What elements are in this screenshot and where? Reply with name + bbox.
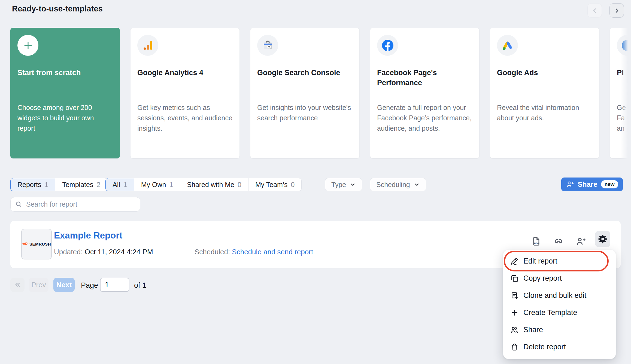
card-title: Google Analytics 4 — [137, 68, 220, 78]
chevron-right-icon — [613, 7, 620, 14]
tab-my-own[interactable]: My Own 1 — [134, 178, 180, 191]
reports-templates-tabs: Reports 1 Templates 2 — [10, 178, 107, 191]
card-description: Choose among over 200 widgets to build y… — [17, 102, 113, 133]
menu-item-label: Clone and bulk edit — [523, 291, 586, 300]
menu-item-copy-report[interactable]: Copy report — [503, 270, 616, 287]
template-card-google-search-console[interactable]: Google Search Console Get insights into … — [250, 28, 360, 158]
template-card-start-from-scratch[interactable]: Start from scratch Choose among over 200… — [10, 28, 120, 158]
chevron-down-icon — [414, 182, 420, 188]
semrush-logo-text: SEMRUSH — [29, 242, 51, 246]
tab-my-teams-label: My Team’s — [255, 181, 288, 189]
tab-shared-label: Shared with Me — [187, 181, 234, 189]
tab-my-teams[interactable]: My Team’s 0 — [248, 178, 302, 191]
link-icon — [553, 236, 564, 246]
card-title: Facebook Page's Performance — [377, 68, 460, 88]
tab-all-label: All — [113, 181, 120, 189]
menu-item-edit-report[interactable]: Edit report — [503, 253, 616, 270]
menu-item-create-template[interactable]: Create Template — [503, 304, 616, 321]
report-thumbnail[interactable]: SEMRUSH — [21, 229, 52, 259]
google-analytics-icon — [137, 35, 158, 56]
tab-reports-label: Reports — [17, 181, 41, 189]
card-title: Start from scratch — [17, 68, 101, 78]
facebook-icon — [377, 35, 398, 56]
tab-reports[interactable]: Reports 1 — [10, 178, 55, 191]
menu-item-label: Share — [523, 326, 543, 334]
card-description: Ge Fa an — [617, 102, 631, 133]
share-report-button[interactable] — [575, 236, 586, 247]
tab-templates-label: Templates — [62, 181, 93, 189]
scheduled-label: Scheduled: — [195, 248, 230, 256]
plus-icon — [17, 35, 38, 56]
tab-my-own-count: 1 — [169, 181, 173, 189]
chevron-left-icon — [591, 7, 598, 14]
copy-icon — [510, 274, 519, 283]
tab-shared-count: 0 — [238, 181, 241, 189]
updated-value: Oct 11, 2024 4:24 PM — [85, 248, 153, 256]
google-search-console-icon — [257, 35, 278, 56]
page-of-label: of 1 — [134, 281, 146, 290]
card-title: Google Ads — [497, 68, 580, 78]
tab-shared-with-me[interactable]: Shared with Me 0 — [180, 178, 248, 191]
template-card-facebook-performance[interactable]: Facebook Page's Performance Generate a f… — [370, 28, 480, 158]
tab-templates[interactable]: Templates 2 — [55, 178, 107, 191]
menu-item-label: Create Template — [523, 308, 577, 317]
template-card-google-ads[interactable]: Google Ads Reveal the vital information … — [490, 28, 599, 158]
carousel-next-button[interactable] — [609, 3, 624, 18]
tab-all-count: 1 — [123, 181, 127, 189]
clone-icon — [510, 291, 519, 300]
person-plus-icon — [566, 180, 574, 188]
card-description: Generate a full report on your Facebook … — [377, 102, 473, 133]
search-icon — [15, 201, 22, 208]
menu-item-clone-and-bulk-edit[interactable]: Clone and bulk edit — [503, 287, 616, 304]
card-title: Google Search Console — [257, 68, 340, 78]
updated-label: Updated: — [54, 248, 83, 256]
prev-page-button[interactable]: Prev — [29, 278, 48, 292]
share-button[interactable]: Share new — [561, 178, 623, 191]
tab-my-teams-count: 0 — [291, 181, 295, 189]
schedule-and-send-link[interactable]: Schedule and send report — [232, 248, 313, 256]
scheduling-dropdown-label: Scheduling — [376, 181, 410, 189]
tab-my-own-label: My Own — [141, 181, 166, 189]
card-title: Pl — [617, 68, 631, 78]
person-plus-icon — [576, 236, 586, 246]
template-card-partial[interactable]: Pl Ge Fa an — [610, 28, 631, 158]
copy-link-button[interactable] — [553, 236, 564, 247]
gear-icon — [598, 234, 608, 244]
tab-reports-count: 1 — [45, 181, 48, 189]
report-title-link[interactable]: Example Report — [54, 230, 122, 241]
report-settings-button[interactable] — [595, 231, 610, 247]
download-pdf-button[interactable]: PDF — [531, 236, 542, 247]
new-badge: new — [601, 180, 618, 188]
semrush-logo-icon — [22, 241, 28, 247]
ownership-filter-tabs: All 1 My Own 1 Shared with Me 0 My Team’… — [105, 178, 302, 191]
pencil-icon — [510, 257, 519, 265]
double-chevron-left-icon — [14, 281, 21, 289]
my-reports-page: Ready-to-use-templates Start from scratc… — [0, 0, 631, 364]
type-dropdown-label: Type — [331, 181, 346, 189]
report-context-menu: Edit report Copy report Clone and bulk e… — [503, 250, 616, 359]
scheduled-line: Scheduled: Schedule and send report — [195, 248, 313, 256]
page-title: Ready-to-use-templates — [12, 4, 103, 13]
tab-all[interactable]: All 1 — [105, 178, 134, 191]
svg-text:PDF: PDF — [534, 242, 539, 245]
menu-item-label: Edit report — [523, 257, 557, 265]
next-page-button[interactable]: Next — [53, 278, 75, 292]
menu-item-share[interactable]: Share — [503, 321, 616, 338]
page-label: Page — [81, 281, 98, 290]
page-number-input[interactable] — [100, 278, 129, 292]
template-card-google-analytics-4[interactable]: Google Analytics 4 Get key metrics such … — [130, 28, 240, 158]
share-button-label: Share — [578, 180, 597, 189]
carousel-prev-button[interactable] — [587, 3, 602, 18]
type-dropdown[interactable]: Type — [325, 178, 362, 191]
search-input[interactable] — [26, 200, 136, 208]
google-ads-icon — [497, 35, 518, 56]
plus-icon — [510, 308, 519, 317]
tab-templates-count: 2 — [96, 181, 100, 189]
pdf-icon: PDF — [531, 236, 541, 246]
card-description: Get key metrics such as sessions, events… — [137, 102, 233, 133]
card-description: Reveal the vital information about your … — [497, 102, 593, 123]
menu-item-delete-report[interactable]: Delete report — [503, 338, 616, 356]
first-page-button[interactable] — [10, 278, 25, 292]
scheduling-dropdown[interactable]: Scheduling — [370, 178, 426, 191]
card-description: Get insights into your website’s search … — [257, 102, 353, 123]
